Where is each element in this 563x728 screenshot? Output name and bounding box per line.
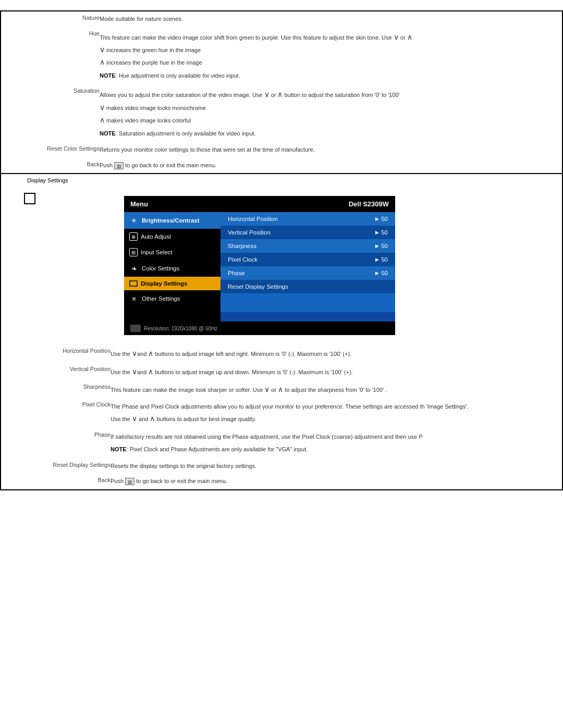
- inner-border: [6, 158, 11, 174]
- horiz-pos-arrow: ▶: [375, 216, 379, 221]
- reset-display-doc-content: Resets the display settings to the origi…: [111, 459, 562, 474]
- sat-line3: ∧ makes video image looks colorful: [100, 114, 562, 126]
- inner-border: [6, 11, 11, 27]
- outer-left: [1, 428, 11, 458]
- display-settings-icon: [24, 193, 35, 204]
- inner-border: [6, 27, 11, 85]
- inner-border: [11, 380, 22, 398]
- osd-item-display-settings[interactable]: Display Settings: [124, 277, 221, 290]
- resolution-icon: [130, 325, 141, 332]
- reset-display-label: Reset Display Settings: [228, 283, 288, 290]
- osd-item-brightness-label: Brightness/Contrast: [142, 217, 200, 224]
- pixel-clock-doc-row: Pixel Clock The Phase and Pixel Clock ad…: [1, 398, 562, 428]
- horiz-pos-value: ▶ 50: [375, 216, 388, 222]
- sharpness-doc-label: Sharpness: [22, 380, 111, 398]
- pixel-clock-arrow: ▶: [375, 257, 379, 262]
- horiz-pos-row: Horizontal Position Use the ∨and ∧ butto…: [1, 344, 562, 362]
- outer-left: [1, 84, 6, 142]
- osd-right-sharpness[interactable]: Sharpness ▶ 50: [221, 239, 395, 253]
- osd-body: ☀ Brightness/Contrast ⊕ Auto Adjust ⊞: [124, 212, 395, 322]
- hue-label: Hue: [11, 27, 100, 85]
- reset-color-label: Reset Color Settings: [11, 142, 100, 158]
- back-content-bottom: Push ▤ to go back to or exit the main me…: [111, 474, 562, 490]
- pixel-clock-label: Pixel Clock: [228, 256, 258, 263]
- inner-border: [11, 187, 22, 344]
- nature-row: Nature Mode suitable for nature scenes.: [1, 11, 562, 27]
- horiz-pos-num: 50: [381, 216, 388, 222]
- osd-right-reset[interactable]: Reset Display Settings: [221, 280, 395, 293]
- color-settings-icon: ❧: [129, 264, 139, 273]
- sharpness-doc-content: This feature can make the image look sha…: [111, 380, 562, 398]
- sharpness-doc-row: Sharpness This feature can make the imag…: [1, 380, 562, 398]
- nature-content: Mode suitable for nature scenes.: [100, 11, 562, 27]
- osd-footer: Resolution: 1920x1080 @ 60Hz: [124, 322, 395, 335]
- back-content-top: Push ▤ to go back to or exit the main me…: [100, 158, 562, 174]
- vert-pos-num: 50: [381, 229, 388, 236]
- back-label-bottom: Back: [22, 474, 111, 490]
- sat-note: NOTE: Saturation adjustment is only avai…: [100, 129, 562, 139]
- input-select-icon: ⊞: [129, 248, 138, 256]
- osd-right-pixel-clock[interactable]: Pixel Clock ▶ 50: [221, 253, 395, 266]
- osd-item-color-settings[interactable]: ❧ Color Settings: [124, 260, 221, 277]
- hue-content: This feature can make the video image co…: [100, 27, 562, 85]
- osd-header: Menu Dell S2309W: [124, 196, 395, 212]
- pixel-clock-line1: The Phase and Pixel Clock adjustments al…: [111, 402, 562, 412]
- osd-item-other-settings[interactable]: ≡ Other Settings: [124, 290, 221, 307]
- inner-border: [6, 142, 11, 158]
- display-settings-menu-icon: [129, 280, 138, 287]
- osd-left-menu: ☀ Brightness/Contrast ⊕ Auto Adjust ⊞: [124, 212, 221, 322]
- vert-pos-label: Vertical Position: [228, 229, 271, 236]
- hue-note: NOTE: Hue adjustment is only available f…: [100, 71, 562, 81]
- back-icon-top: ▤: [114, 162, 124, 169]
- inner-border: [11, 398, 22, 428]
- osd-right-phase[interactable]: Phase ▶ 50: [221, 266, 395, 280]
- outer-left: [1, 474, 11, 490]
- sharpness-arrow: ▶: [375, 243, 379, 249]
- hue-line1: This feature can make the video image co…: [100, 31, 562, 43]
- display-settings-header: Display Settings: [22, 174, 562, 187]
- back-icon-bottom: ▤: [125, 478, 134, 485]
- hue-row: Hue This feature can make the video imag…: [1, 27, 562, 85]
- osd-item-display-settings-label: Display Settings: [141, 280, 187, 287]
- horiz-pos-label: Horizontal Position: [228, 216, 278, 222]
- pixel-clock-doc-content: The Phase and Pixel Clock adjustments al…: [111, 398, 562, 428]
- vert-pos-value: ▶ 50: [375, 229, 388, 236]
- outer-left: [1, 27, 6, 85]
- auto-adjust-icon: ⊕: [129, 232, 138, 241]
- outer-left: [1, 398, 11, 428]
- osd-item-auto-adjust[interactable]: ⊕ Auto Adjust: [124, 229, 221, 244]
- osd-item-color-settings-label: Color Settings: [142, 265, 179, 272]
- osd-right-horiz-pos[interactable]: Horizontal Position ▶ 50: [221, 212, 395, 226]
- osd-cell: Menu Dell S2309W ☀ Brightness/Contrast: [111, 187, 562, 344]
- sat-line2: ∨ makes video image looks monochrome: [100, 102, 562, 113]
- vert-pos-doc-label: Vertical Position: [22, 363, 111, 380]
- pixel-clock-value: ▶ 50: [375, 256, 388, 263]
- inner-border: [6, 84, 11, 142]
- outer-left: [1, 187, 11, 344]
- outer-left: [1, 11, 6, 27]
- outer-left: [1, 142, 6, 158]
- outer-left: [1, 459, 11, 474]
- inner-border: [11, 344, 22, 362]
- display-settings-table: Display Settings Menu Dell S2309W: [0, 173, 563, 490]
- osd-item-auto-adjust-label: Auto Adjust: [141, 233, 171, 240]
- back-row-top: Back Push ▤ to go back to or exit the ma…: [1, 158, 562, 174]
- outer-left: [1, 380, 11, 398]
- outer-left: [1, 174, 11, 187]
- brightness-icon: ☀: [129, 216, 139, 225]
- vert-pos-arrow: ▶: [375, 230, 379, 235]
- top-table: Nature Mode suitable for nature scenes. …: [0, 10, 563, 173]
- vert-pos-row: Vertical Position Use the ∨and ∧ buttons…: [1, 363, 562, 380]
- osd-item-brightness[interactable]: ☀ Brightness/Contrast: [124, 212, 221, 229]
- osd-item-input-select[interactable]: ⊞ Input Select: [124, 244, 221, 260]
- phase-doc-label: Phase: [22, 428, 111, 458]
- pixel-clock-line2: Use the ∨ and ∧ buttons to adjust for be…: [111, 413, 562, 424]
- outer-left: [1, 158, 6, 174]
- phase-line1: If satisfactory results are not obtained…: [111, 433, 562, 442]
- saturation-content: Allows you to adjust the color saturatio…: [100, 84, 562, 142]
- phase-doc-content: If satisfactory results are not obtained…: [111, 428, 562, 458]
- vert-pos-doc-content: Use the ∨and ∧ buttons to adjust image u…: [111, 363, 562, 380]
- osd-right-vert-pos[interactable]: Vertical Position ▶ 50: [221, 226, 395, 239]
- osd-brand: Dell S2309W: [349, 200, 389, 208]
- osd-title: Menu: [130, 200, 148, 208]
